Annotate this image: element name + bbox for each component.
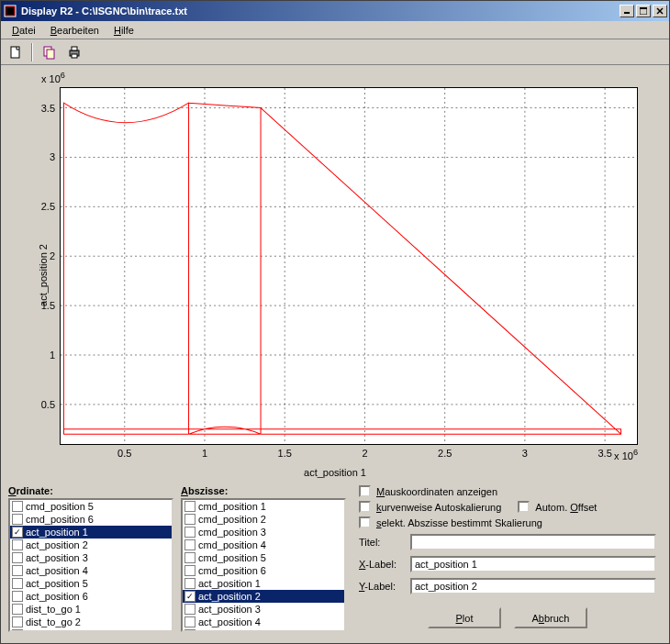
list-item[interactable]: act_position 5 [10, 577, 172, 590]
list-item[interactable]: cmd_position 2 [183, 513, 344, 526]
list-item[interactable]: dist_to_go 1 [10, 603, 172, 616]
checkbox-icon[interactable]: ✓ [12, 527, 23, 538]
list-item[interactable]: act_position 1 [183, 577, 344, 590]
checkbox-icon[interactable] [12, 629, 23, 632]
list-item[interactable]: cmd_position 6 [183, 564, 344, 577]
checkbox-icon[interactable] [518, 501, 530, 513]
y-exponent: x 106 [41, 71, 65, 84]
ylabel-input[interactable] [410, 578, 656, 594]
checkbox-icon[interactable] [12, 578, 23, 589]
plot-button[interactable]: Plot [428, 607, 501, 628]
content: x 106 act_position 2 act_position 1 x 10… [1, 65, 669, 643]
opt-mauskoord[interactable]: Mauskoordinaten anzeigen [359, 485, 656, 497]
abszisse-column: Abszisse: cmd_position 1cmd_position 2cm… [181, 485, 346, 636]
checkbox-icon[interactable]: ✓ [184, 591, 195, 602]
ordinate-listbox[interactable]: cmd_position 5cmd_position 6✓act_positio… [8, 498, 173, 632]
app-window: Display R2 - C:\ISGNC\bin\trace.txt Date… [0, 0, 670, 644]
list-item-label: act_position 2 [198, 591, 261, 602]
checkbox-icon[interactable] [12, 604, 23, 615]
list-item[interactable]: act_position 3 [10, 551, 172, 564]
checkbox-icon[interactable] [184, 578, 195, 589]
menu-bearbeiten[interactable]: Bearbeiten [43, 23, 106, 38]
list-item-label: act_position 3 [26, 552, 88, 563]
chart-area: x 106 act_position 2 act_position 1 x 10… [5, 69, 665, 482]
minimize-button[interactable] [620, 5, 634, 17]
opt-autom-offset[interactable]: Autom. Offset [518, 501, 597, 513]
list-item[interactable]: dist_to_go 3 [10, 628, 172, 632]
ylabel-label: Y-Label: [359, 581, 405, 592]
app-icon [3, 4, 17, 18]
list-item[interactable]: dist_to_go 2 [10, 616, 172, 628]
checkbox-icon[interactable] [12, 501, 23, 512]
checkbox-icon[interactable] [184, 616, 195, 627]
bottom-panel: Ordinate: cmd_position 5cmd_position 6✓a… [5, 482, 665, 639]
checkbox-icon[interactable] [12, 552, 23, 563]
list-item-label: cmd_position 3 [198, 527, 266, 538]
checkbox-icon[interactable] [12, 616, 23, 627]
list-item[interactable]: cmd_position 4 [183, 539, 344, 551]
list-item[interactable]: act_position 5 [183, 628, 344, 632]
menubar: Datei Bearbeiten Hilfe [1, 21, 669, 39]
checkbox-icon[interactable] [12, 591, 23, 602]
checkbox-icon[interactable] [184, 527, 195, 538]
checkbox-icon[interactable] [184, 501, 195, 512]
list-item[interactable]: cmd_position 3 [183, 526, 344, 539]
checkbox-icon[interactable] [184, 552, 195, 563]
list-item-label: act_position 3 [198, 604, 261, 615]
list-item-label: cmd_position 6 [26, 514, 94, 525]
list-item-label: cmd_position 5 [198, 552, 266, 563]
toolbar-new-icon[interactable] [5, 42, 26, 62]
list-item[interactable]: ✓act_position 2 [183, 590, 344, 603]
list-item[interactable]: ✓act_position 1 [10, 526, 172, 539]
checkbox-icon[interactable] [184, 629, 195, 632]
abszisse-label: Abszisse: [181, 485, 346, 496]
checkbox-icon[interactable] [184, 565, 195, 576]
svg-rect-11 [72, 47, 77, 50]
xlabel-input[interactable] [410, 556, 656, 572]
toolbar-print-icon[interactable] [63, 42, 84, 62]
list-item-label: act_position 5 [26, 578, 88, 589]
ordinate-label: Ordinate: [8, 485, 173, 496]
xlabel-label: X-Label: [359, 559, 405, 570]
list-item-label: cmd_position 4 [198, 539, 266, 550]
list-item[interactable]: act_position 2 [10, 539, 172, 551]
checkbox-icon[interactable] [12, 539, 23, 550]
maximize-button[interactable] [636, 5, 651, 17]
checkbox-icon[interactable] [359, 501, 371, 513]
titel-label: Titel: [359, 537, 405, 548]
checkbox-icon[interactable] [184, 514, 195, 525]
toolbar-copy-icon[interactable] [39, 42, 60, 62]
list-item[interactable]: cmd_position 1 [183, 500, 344, 513]
close-button[interactable] [653, 5, 667, 17]
menu-datei[interactable]: Datei [5, 23, 43, 38]
list-item[interactable]: act_position 4 [183, 616, 344, 628]
titlebar[interactable]: Display R2 - C:\ISGNC\bin\trace.txt [1, 1, 669, 21]
abszisse-listbox[interactable]: cmd_position 1cmd_position 2cmd_position… [181, 498, 346, 632]
list-item[interactable]: cmd_position 5 [10, 500, 172, 513]
opt-kurvenweise[interactable]: kurvenweise Autoskalierung [359, 501, 501, 513]
ordinate-column: Ordinate: cmd_position 5cmd_position 6✓a… [8, 485, 173, 636]
titel-input[interactable] [410, 534, 656, 550]
list-item-label: act_position 2 [26, 539, 88, 550]
checkbox-icon[interactable] [359, 516, 371, 528]
menu-hilfe[interactable]: Hilfe [106, 23, 141, 38]
checkbox-icon[interactable] [184, 604, 195, 615]
checkbox-icon[interactable] [184, 539, 195, 550]
svg-rect-7 [11, 47, 19, 58]
checkbox-icon[interactable] [12, 514, 23, 525]
list-item-label: cmd_position 6 [198, 565, 266, 576]
checkbox-icon[interactable] [359, 485, 371, 497]
list-item-label: act_position 6 [26, 591, 88, 602]
abbruch-button[interactable]: Abbruch [514, 607, 587, 628]
list-item[interactable]: act_position 4 [10, 564, 172, 577]
checkbox-icon[interactable] [12, 565, 23, 576]
y-axis-label: act_position 2 [38, 244, 49, 306]
list-item[interactable]: act_position 6 [10, 590, 172, 603]
opt-selekt[interactable]: selekt. Abszisse bestimmt Skalierung [359, 516, 656, 528]
chart-canvas[interactable]: 0.511.522.533.5 0.511.522.533.5 [60, 87, 638, 445]
svg-rect-12 [72, 54, 77, 58]
list-item[interactable]: cmd_position 5 [183, 551, 344, 564]
list-item[interactable]: cmd_position 6 [10, 513, 172, 526]
x-axis-label: act_position 1 [304, 467, 366, 478]
list-item[interactable]: act_position 3 [183, 603, 344, 616]
